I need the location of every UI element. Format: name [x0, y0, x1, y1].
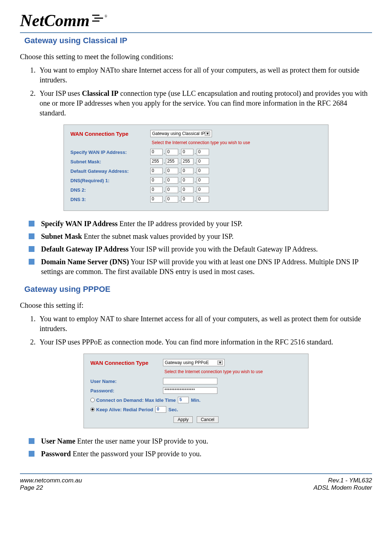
section-title-classical-ip: Gateway using Classical IP	[24, 36, 372, 45]
ip-octet[interactable]: 0	[166, 196, 178, 203]
ip-octet[interactable]: 0	[197, 149, 209, 155]
ip-octet[interactable]: 0	[181, 149, 193, 155]
ip-octet[interactable]: 0	[150, 149, 163, 155]
footer-rule	[20, 473, 372, 474]
connect-on-demand-radio[interactable]	[90, 398, 95, 402]
keep-alive-radio[interactable]	[90, 407, 95, 412]
field-descriptions: User Name Enter the user name your ISP p…	[20, 436, 372, 459]
unit-label: Min.	[191, 397, 200, 403]
ip-octet[interactable]: 0	[197, 177, 209, 184]
ip-octet[interactable]: 0	[150, 177, 163, 184]
max-idle-input[interactable]: 5	[178, 397, 189, 403]
conditions-list: You want to employ NAT to share Internet…	[20, 314, 372, 347]
ip-octet[interactable]: 0	[166, 168, 178, 174]
ip-octet[interactable]: 0	[166, 187, 178, 193]
ip-octet[interactable]: 0	[197, 196, 209, 203]
password-input[interactable]: ******************	[163, 387, 217, 394]
radio-label: Keep Alive: Redial Period	[96, 407, 153, 412]
redial-period-input[interactable]: 0	[155, 406, 166, 413]
field-label: Password:	[90, 388, 163, 393]
list-item: User Name Enter the user name your ISP p…	[29, 436, 372, 446]
wan-connection-type-label: WAN Connection Type	[90, 360, 163, 366]
footer-product: ADSL Modem Router	[314, 484, 372, 491]
ip-octet[interactable]: 0	[181, 168, 193, 174]
radio-label: Connect on Demand: Max Idle Time	[96, 397, 176, 403]
ip-octet[interactable]: 0	[150, 196, 163, 203]
field-label: DNS(Required) 1:	[70, 178, 150, 183]
connection-type-select[interactable]: Gateway using PPPoE▼	[163, 359, 225, 366]
header-rule	[20, 32, 372, 33]
screenshot-pppoe: WAN Connection Type Gateway using PPPoE▼…	[83, 354, 309, 428]
field-label: Specify WAN IP Address:	[70, 150, 150, 155]
ip-octet[interactable]: 0	[197, 168, 209, 174]
chevron-down-icon: ▼	[205, 131, 210, 136]
logo-text: NetComm	[20, 11, 90, 30]
page-footer: www.netcomm.com.au Page 22 Rev.1 - YML63…	[20, 477, 372, 491]
list-item: Your ISP uses Classical IP connection ty…	[37, 89, 372, 118]
select-note: Select the Internet connection type you …	[164, 369, 302, 374]
svg-text:®: ®	[105, 14, 107, 18]
intro-text: Choose this setting to meet the followin…	[20, 52, 372, 62]
field-label: DNS 2:	[70, 187, 150, 193]
select-note: Select the Internet connection type you …	[152, 140, 322, 145]
list-item: Subnet Mask Enter the subnet mask values…	[29, 232, 372, 241]
chevron-down-icon: ▼	[217, 360, 223, 365]
list-item: You want to employ NAT to share Internet…	[37, 314, 372, 334]
footer-url: www.netcomm.com.au	[20, 477, 82, 484]
field-descriptions: Specify WAN IP Address Enter the IP addr…	[20, 219, 372, 277]
footer-rev: Rev.1 - YML632	[314, 477, 372, 484]
field-label: Subnet Mask:	[70, 159, 150, 164]
connection-type-select[interactable]: Gateway using Classical IP▼	[150, 130, 212, 137]
intro-text: Choose this setting if:	[20, 301, 372, 310]
conditions-list: You want to employ NATto share Internet …	[20, 65, 372, 118]
ip-octet[interactable]: 255	[181, 158, 193, 165]
brand-logo: NetComm ®	[20, 11, 372, 30]
ip-octet[interactable]: 0	[197, 187, 209, 193]
logo-mark: ®	[92, 14, 109, 25]
field-label: User Name:	[90, 379, 163, 384]
field-label: Default Gateway Address:	[70, 168, 150, 174]
ip-octet[interactable]: 0	[181, 187, 193, 193]
ip-octet[interactable]: 0	[181, 196, 193, 203]
section-title-pppoe: Gateway using PPPOE	[24, 285, 372, 294]
ip-octet[interactable]: 0	[166, 149, 178, 155]
field-label: DNS 3:	[70, 197, 150, 202]
username-input[interactable]	[163, 378, 217, 384]
list-item: You want to employ NATto share Internet …	[37, 65, 372, 85]
list-item: Default Gateway IP Address Your ISP will…	[29, 244, 372, 254]
ip-octet[interactable]: 0	[150, 187, 163, 193]
ip-octet[interactable]: 255	[166, 158, 178, 165]
unit-label: Sec.	[168, 407, 178, 412]
wan-connection-type-label: WAN Connection Type	[70, 131, 150, 137]
ip-octet[interactable]: 255	[150, 158, 163, 165]
cancel-button[interactable]: Cancel	[197, 416, 218, 423]
screenshot-classical-ip: WAN Connection Type Gateway using Classi…	[64, 125, 328, 211]
list-item: Domain Name Server (DNS) Your ISP will p…	[29, 257, 372, 277]
ip-octet[interactable]: 0	[150, 168, 163, 174]
ip-octet[interactable]: 0	[181, 177, 193, 184]
footer-page: Page 22	[20, 484, 82, 491]
list-item: Specify WAN IP Address Enter the IP addr…	[29, 219, 372, 229]
ip-octet[interactable]: 0	[166, 177, 178, 184]
list-item: Password Enter the password your ISP pro…	[29, 449, 372, 459]
ip-octet[interactable]: 0	[197, 158, 209, 165]
apply-button[interactable]: Apply	[173, 416, 192, 423]
list-item: Your ISP uses PPPoE as connection mode. …	[37, 337, 372, 347]
